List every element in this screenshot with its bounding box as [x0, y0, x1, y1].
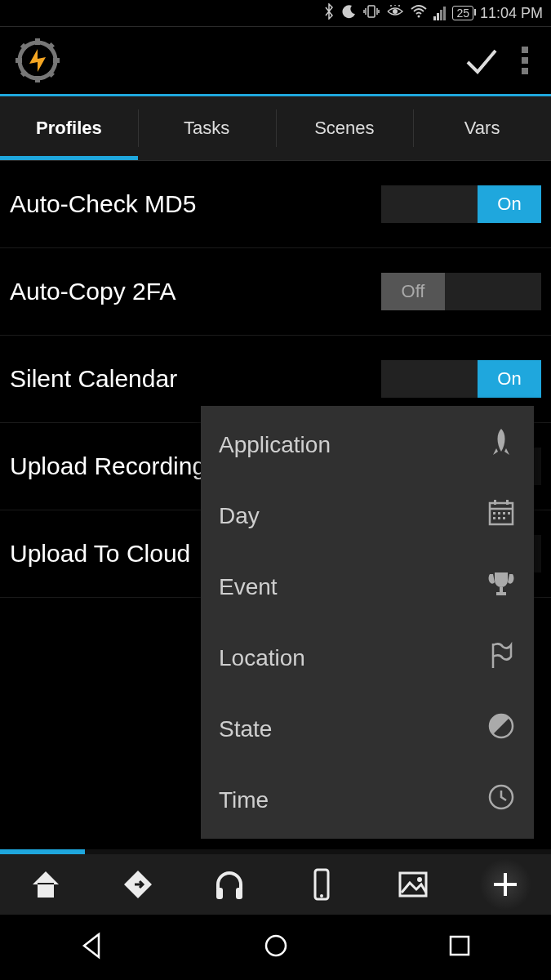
clock-icon	[487, 782, 516, 817]
trophy-icon	[487, 569, 516, 604]
svg-rect-14	[494, 500, 496, 505]
popup-label: Application	[219, 432, 331, 458]
category-phone[interactable]	[276, 854, 368, 915]
moon-icon	[342, 4, 357, 23]
profile-toggle[interactable]: Off	[381, 273, 541, 310]
add-button[interactable]	[460, 854, 552, 915]
svg-rect-0	[368, 6, 375, 17]
rocket-icon	[487, 427, 516, 462]
popup-label: State	[219, 716, 272, 742]
main-tabs: Profiles Tasks Scenes Vars	[0, 96, 551, 160]
svg-rect-17	[498, 512, 500, 514]
tab-scenes[interactable]: Scenes	[276, 96, 414, 160]
svg-rect-18	[503, 512, 505, 514]
bluetooth-icon	[322, 3, 335, 24]
profile-name: Silent Calendar	[10, 365, 177, 393]
svg-rect-7	[53, 58, 60, 63]
tasker-logo-icon[interactable]	[15, 38, 60, 83]
svg-rect-4	[35, 38, 40, 45]
category-home[interactable]	[0, 854, 92, 915]
svg-point-1	[393, 9, 398, 14]
status-time: 11:04 PM	[480, 5, 543, 22]
nav-home[interactable]	[261, 931, 291, 964]
svg-rect-16	[493, 512, 495, 514]
popup-item-time[interactable]: Time	[201, 764, 534, 835]
tab-vars[interactable]: Vars	[413, 96, 551, 160]
half-circle-icon	[487, 711, 516, 746]
profile-toggle[interactable]: On	[381, 185, 541, 223]
app-header	[0, 27, 551, 94]
popup-item-application[interactable]: Application	[201, 409, 534, 480]
tab-profiles[interactable]: Profiles	[0, 96, 138, 160]
popup-item-day[interactable]: Day	[201, 480, 534, 551]
android-status-bar: 25 11:04 PM	[0, 0, 551, 26]
signal-icon	[433, 7, 446, 20]
tab-indicator	[0, 156, 138, 160]
svg-point-32	[266, 936, 286, 956]
popup-label: Time	[219, 787, 269, 813]
calendar-icon	[487, 498, 516, 533]
category-image[interactable]	[367, 854, 460, 915]
popup-label: Location	[219, 645, 305, 671]
profile-toggle[interactable]: On	[381, 360, 541, 398]
overflow-menu-button[interactable]	[513, 47, 536, 74]
profile-name: Upload Recording	[10, 452, 206, 480]
category-directions[interactable]	[92, 854, 184, 915]
context-bar-wrapper	[0, 849, 551, 915]
popup-item-event[interactable]: Event	[201, 551, 534, 622]
category-headphones[interactable]	[184, 854, 276, 915]
svg-rect-33	[451, 937, 469, 955]
profile-row[interactable]: Auto-Check MD5 On	[0, 161, 551, 248]
svg-point-29	[320, 894, 323, 898]
flag-icon	[487, 640, 516, 675]
popup-item-state[interactable]: State	[201, 693, 534, 764]
add-context-popup: Application Day Event Location State Tim…	[201, 406, 534, 839]
eye-comfort-icon	[386, 5, 404, 22]
profile-row[interactable]: Auto-Copy 2FA Off	[0, 248, 551, 336]
svg-rect-27	[236, 888, 242, 899]
nav-back[interactable]	[78, 931, 107, 964]
wifi-icon	[411, 5, 427, 22]
context-bar	[0, 854, 551, 915]
popup-label: Event	[219, 574, 278, 600]
svg-rect-22	[503, 517, 505, 519]
confirm-button[interactable]	[461, 41, 500, 80]
svg-rect-21	[498, 517, 500, 519]
svg-rect-15	[506, 500, 509, 505]
svg-rect-19	[508, 512, 510, 514]
svg-point-2	[418, 15, 420, 17]
popup-item-location[interactable]: Location	[201, 622, 534, 693]
svg-point-31	[417, 877, 422, 882]
profile-name: Upload To Cloud	[10, 540, 190, 568]
android-nav-bar	[0, 915, 551, 980]
profile-name: Auto-Check MD5	[10, 190, 196, 218]
svg-rect-5	[35, 76, 40, 82]
svg-rect-6	[16, 58, 22, 63]
svg-rect-20	[493, 517, 495, 519]
vibrate-icon	[363, 4, 380, 23]
profile-name: Auto-Copy 2FA	[10, 278, 176, 305]
nav-recent[interactable]	[445, 931, 474, 964]
tab-tasks[interactable]: Tasks	[138, 96, 276, 160]
battery-indicator: 25	[452, 6, 473, 20]
popup-label: Day	[219, 503, 260, 529]
svg-rect-26	[216, 888, 223, 899]
